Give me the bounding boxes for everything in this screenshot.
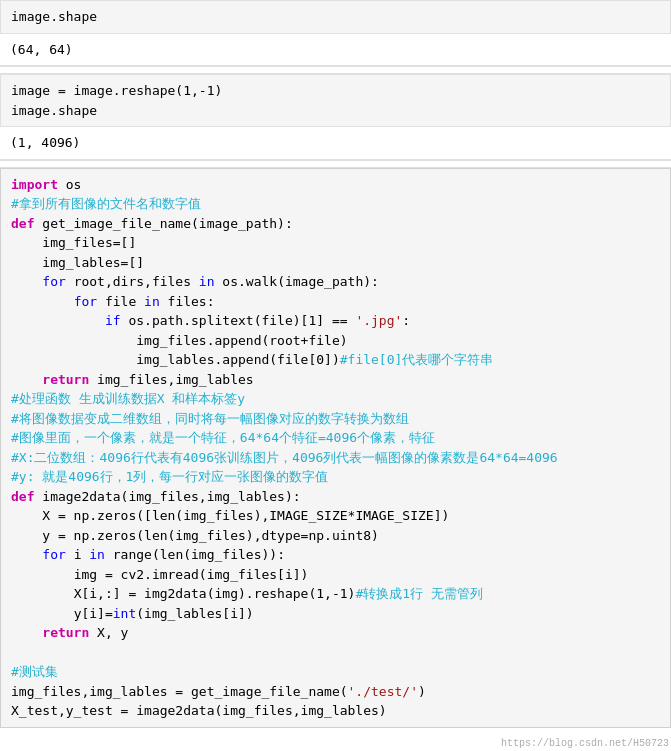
separator-2 (0, 160, 671, 168)
code-block-1: image.shape (0, 0, 671, 34)
separator-1 (0, 66, 671, 74)
code-block-2: image = image.reshape(1,-1) image.shape (0, 74, 671, 127)
output-block-2: (1, 4096) (0, 127, 671, 160)
code-text-2: image = image.reshape(1,-1) image.shape (11, 81, 660, 120)
output-text-1: (64, 64) (10, 40, 661, 60)
code-text-1: image.shape (11, 7, 660, 27)
output-block-1: (64, 64) (0, 34, 671, 67)
main-code-block: import os #拿到所有图像的文件名和数字值 def get_image_… (0, 168, 671, 728)
output-text-2: (1, 4096) (10, 133, 661, 153)
main-code-text: import os #拿到所有图像的文件名和数字值 def get_image_… (11, 175, 660, 721)
watermark: https://blog.csdn.net/H50723 (501, 738, 669, 749)
